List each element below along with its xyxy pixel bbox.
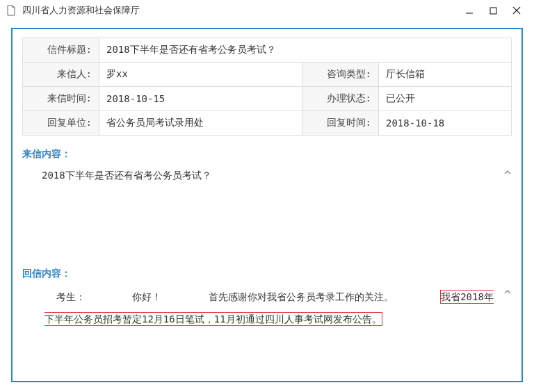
reply-salutation: 考生： (56, 291, 86, 302)
close-button[interactable] (505, 0, 528, 21)
svg-rect-1 (490, 8, 496, 14)
reply-heading: 回信内容： (22, 268, 512, 280)
value-subject: 2018下半年是否还有省考公务员考试？ (99, 38, 512, 63)
value-sent: 2018-10-15 (99, 87, 302, 111)
table-row: 来信时间: 2018-10-15 办理状态: 已公开 (23, 87, 512, 111)
reply-body-area[interactable]: 考生： 你好！ 首先感谢你对我省公务员考录工作的关注。 我省2018年下半年公务… (22, 286, 512, 368)
document-icon (6, 5, 17, 16)
table-row: 来信人: 罗xx 咨询类型: 厅长信箱 (23, 63, 512, 87)
incoming-body-text: 2018下半年是否还有省考公务员考试？ (42, 170, 211, 181)
value-sender: 罗xx (99, 63, 302, 87)
incoming-heading: 来信内容： (22, 148, 512, 161)
content-frame: 信件标题: 2018下半年是否还有省考公务员考试？ 来信人: 罗xx 咨询类型:… (11, 28, 523, 382)
label-sent: 来信时间: (23, 87, 99, 111)
window-title: 四川省人力资源和社会保障厅 (22, 4, 140, 17)
info-table: 信件标题: 2018下半年是否还有省考公务员考试？ 来信人: 罗xx 咨询类型:… (22, 38, 512, 136)
value-status: 已公开 (379, 87, 512, 111)
scrollbar-up-icon[interactable] (503, 166, 512, 179)
reply-intro: 首先感谢你对我省公务员考录工作的关注。 (209, 291, 394, 302)
reply-body-text: 考生： 你好！ 首先感谢你对我省公务员考录工作的关注。 我省2018年下半年公务… (42, 286, 499, 330)
label-subject: 信件标题: (23, 38, 99, 63)
label-status: 办理状态: (302, 87, 379, 111)
table-row: 信件标题: 2018下半年是否还有省考公务员考试？ (23, 38, 512, 63)
label-type: 咨询类型: (302, 63, 379, 87)
reply-greet: 你好！ (132, 291, 161, 302)
maximize-button[interactable] (481, 0, 505, 21)
minimize-button[interactable] (458, 0, 481, 21)
value-reply-time: 2018-10-18 (379, 111, 512, 136)
label-sender: 来信人: (23, 63, 99, 87)
scrollbar-up-icon[interactable] (503, 286, 512, 298)
label-dept: 回复单位: (23, 111, 99, 136)
label-reply-time: 回复时间: (302, 111, 379, 136)
value-dept: 省公务员局考试录用处 (99, 111, 302, 136)
table-row: 回复单位: 省公务员局考试录用处 回复时间: 2018-10-18 (23, 111, 512, 136)
window-titlebar: 四川省人力资源和社会保障厅 (0, 0, 534, 21)
value-type: 厅长信箱 (379, 63, 512, 87)
incoming-body-area[interactable]: 2018下半年是否还有省考公务员考试？ (22, 166, 512, 255)
